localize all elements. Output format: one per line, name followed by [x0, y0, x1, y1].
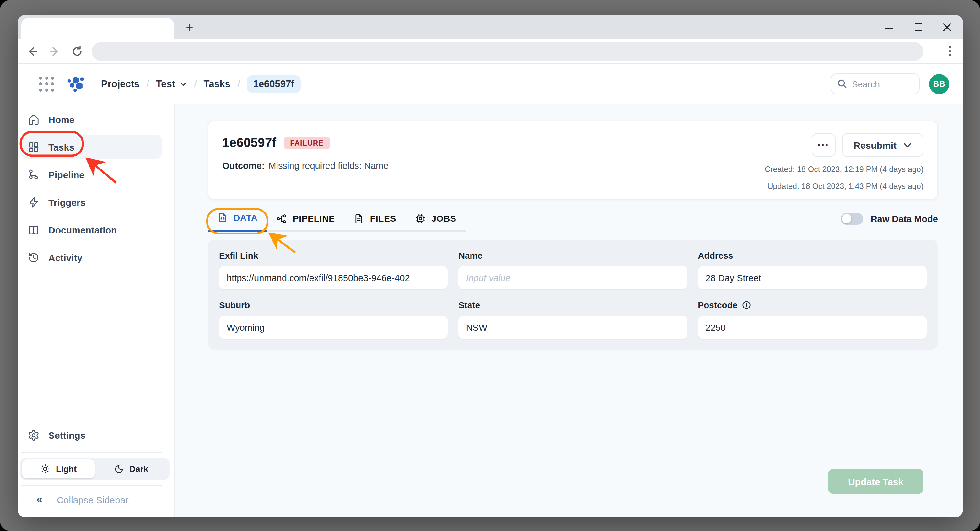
- tab-data[interactable]: DATA: [208, 210, 267, 232]
- url-bar[interactable]: [92, 42, 923, 60]
- field-label: Postcode: [698, 300, 927, 310]
- theme-light-label: Light: [56, 464, 76, 474]
- theme-dark-label: Dark: [129, 464, 148, 474]
- sidebar-item-pipeline[interactable]: Pipeline: [21, 162, 162, 186]
- outcome-label: Outcome:: [222, 161, 265, 171]
- avatar[interactable]: BB: [929, 74, 949, 94]
- field-label: Suburb: [219, 300, 448, 310]
- field-label: State: [458, 300, 687, 310]
- breadcrumb-separator: /: [146, 78, 149, 89]
- sidebar-item-settings[interactable]: Settings: [21, 423, 162, 447]
- name-input[interactable]: [458, 266, 687, 289]
- tab-list: DATA PIPELINE FILES: [208, 210, 466, 232]
- sidebar-item-tasks[interactable]: Tasks: [21, 135, 162, 159]
- theme-dark-button[interactable]: Dark: [95, 459, 168, 478]
- app-launcher-icon[interactable]: [39, 76, 54, 91]
- field-suburb: Suburb: [219, 300, 448, 339]
- unmand-logo[interactable]: [66, 75, 85, 93]
- field-state: State: [458, 300, 687, 339]
- field-label: Address: [698, 250, 927, 261]
- browser-tab[interactable]: [21, 17, 174, 39]
- address-input[interactable]: [698, 266, 927, 289]
- double-chevron-left-icon: «: [37, 493, 42, 506]
- resubmit-button[interactable]: Resubmit: [842, 133, 923, 157]
- tab-label: PIPELINE: [293, 213, 335, 223]
- sidebar-item-label: Activity: [48, 252, 82, 263]
- tab-jobs[interactable]: JOBS: [406, 210, 466, 232]
- window-controls: [885, 15, 952, 39]
- sidebar-item-documentation[interactable]: Documentation: [21, 218, 162, 242]
- info-icon: [742, 300, 751, 310]
- task-data-form: Exfil Link Name Address Suburb: [208, 240, 938, 350]
- new-tab-button[interactable]: +: [182, 20, 197, 35]
- sidebar-item-activity[interactable]: Activity: [21, 245, 162, 269]
- history-clock-icon: [28, 251, 40, 263]
- more-actions-button[interactable]: ···: [811, 133, 835, 157]
- breadcrumb-tasks[interactable]: Tasks: [204, 78, 231, 89]
- field-label-text: Postcode: [698, 300, 737, 310]
- breadcrumb-separator: /: [237, 78, 240, 89]
- forward-button[interactable]: [48, 44, 62, 58]
- header-right: Search BB: [830, 73, 949, 94]
- home-icon: [28, 113, 40, 125]
- breadcrumb-project-dropdown[interactable]: Test: [156, 78, 187, 89]
- field-label: Name: [458, 250, 687, 261]
- pipeline-branch-icon: [277, 213, 287, 224]
- back-button[interactable]: [25, 44, 39, 58]
- task-card-left: 1e60597f FAILURE Outcome:Missing require…: [222, 132, 388, 199]
- updated-timestamp: Updated: 18 Oct 2023, 1:43 PM (4 days ag…: [767, 182, 923, 191]
- exfil-link-input[interactable]: [219, 266, 448, 289]
- sidebar-item-label: Home: [48, 114, 75, 125]
- browser-menu-button[interactable]: [944, 46, 956, 57]
- dot: [949, 50, 951, 52]
- collapse-sidebar-label: Collapse Sidebar: [57, 494, 129, 505]
- sidebar-item-label: Settings: [48, 430, 85, 440]
- tab-label: DATA: [234, 213, 258, 223]
- maximize-button[interactable]: [913, 22, 923, 32]
- collapse-sidebar-button[interactable]: « Collapse Sidebar: [21, 493, 174, 506]
- postcode-input[interactable]: [698, 316, 927, 339]
- raw-data-mode-toggle[interactable]: [841, 213, 863, 225]
- tab-pipeline[interactable]: PIPELINE: [267, 210, 344, 232]
- minimize-button[interactable]: [885, 22, 894, 32]
- theme-light-button[interactable]: Light: [22, 459, 95, 478]
- sidebar-item-home[interactable]: Home: [21, 107, 162, 131]
- file-icon: [354, 213, 364, 224]
- divider: [21, 452, 162, 453]
- app-header: Projects / Test / Tasks / 1e60597f Searc…: [18, 64, 963, 104]
- state-input[interactable]: [458, 316, 687, 339]
- tab-files[interactable]: FILES: [344, 210, 406, 232]
- status-badge: FAILURE: [285, 137, 329, 149]
- search-placeholder: Search: [852, 79, 880, 89]
- reload-button[interactable]: [70, 44, 84, 58]
- raw-data-mode-label: Raw Data Mode: [871, 214, 938, 224]
- tabs-row: DATA PIPELINE FILES: [208, 210, 938, 234]
- book-open-icon: [28, 224, 40, 236]
- close-button[interactable]: [942, 22, 952, 32]
- breadcrumb-projects[interactable]: Projects: [101, 78, 139, 89]
- lightning-icon: [28, 196, 40, 208]
- sidebar-item-label: Pipeline: [48, 169, 84, 180]
- field-name: Name: [458, 250, 687, 289]
- sidebar: Home Tasks Pipeline Triggers: [18, 104, 175, 517]
- sidebar-item-triggers[interactable]: Triggers: [21, 190, 162, 214]
- sun-icon: [40, 464, 50, 474]
- search-icon: [837, 79, 847, 89]
- close-icon: [942, 22, 952, 32]
- breadcrumb-task-id[interactable]: 1e60597f: [247, 75, 301, 92]
- task-title: 1e60597f: [222, 135, 276, 150]
- data-file-code-icon: [217, 212, 228, 223]
- cpu-chip-icon: [415, 213, 426, 224]
- chevron-down-icon: [904, 141, 912, 149]
- sidebar-item-label: Triggers: [48, 197, 85, 207]
- browser-toolbar: [18, 39, 963, 64]
- search-input[interactable]: Search: [830, 73, 920, 94]
- suburb-input[interactable]: [219, 316, 448, 339]
- breadcrumb: Projects / Test / Tasks / 1e60597f: [101, 75, 301, 92]
- screenshot-stage: +: [0, 0, 980, 531]
- browser-window: +: [18, 15, 963, 517]
- reload-icon: [71, 45, 83, 57]
- divider: [21, 485, 162, 486]
- update-task-button[interactable]: Update Task: [828, 469, 923, 494]
- breadcrumb-project: Test: [156, 78, 175, 89]
